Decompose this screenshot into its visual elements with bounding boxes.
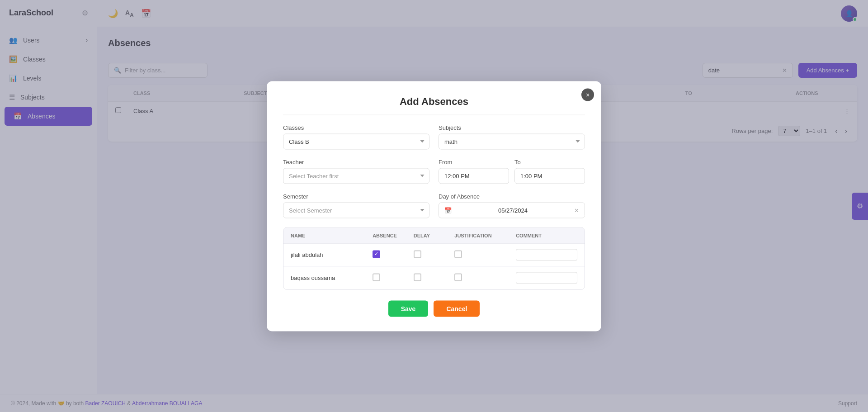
form-row-classes-subjects: Classes Class B Subjects math bbox=[283, 124, 585, 149]
student-row: jilali abdulah bbox=[283, 243, 585, 266]
form-group-time: From To bbox=[439, 158, 585, 184]
day-of-absence-input[interactable]: 📅 05/27/2024 ✕ bbox=[439, 202, 585, 218]
form-group-subjects: Subjects math bbox=[439, 124, 585, 149]
col-justification: JUSTIFICATION bbox=[454, 232, 516, 238]
from-label: From bbox=[439, 158, 509, 165]
absence-checked-icon[interactable] bbox=[373, 250, 380, 258]
col-absence: ABSENCE bbox=[373, 232, 414, 238]
semester-label: Semester bbox=[283, 193, 429, 199]
comment-input[interactable] bbox=[516, 249, 577, 260]
semester-select[interactable]: Select Semester bbox=[283, 202, 429, 218]
teacher-label: Teacher bbox=[283, 158, 429, 165]
student-name: jilali abdulah bbox=[291, 251, 373, 258]
comment-cell bbox=[516, 272, 577, 284]
delay-checkbox[interactable] bbox=[414, 250, 455, 259]
student-table: NAME ABSENCE DELAY JUSTIFICATION COMMENT… bbox=[283, 227, 585, 289]
form-group-teacher: Teacher Select Teacher first bbox=[283, 158, 429, 184]
clear-date-icon[interactable]: ✕ bbox=[574, 207, 579, 213]
form-group-day-of-absence: Day of Absence 📅 05/27/2024 ✕ bbox=[439, 193, 585, 218]
to-input[interactable] bbox=[514, 168, 585, 184]
absence-checkbox[interactable] bbox=[373, 250, 414, 259]
subjects-select[interactable]: math bbox=[439, 133, 585, 149]
cancel-button[interactable]: Cancel bbox=[434, 300, 480, 317]
justification-checkbox[interactable] bbox=[454, 250, 516, 259]
col-name: NAME bbox=[291, 232, 373, 238]
delay-checkbox[interactable] bbox=[414, 273, 455, 282]
absence-checkbox[interactable] bbox=[373, 273, 414, 282]
justification-checkbox[interactable] bbox=[454, 273, 516, 282]
form-group-to: To bbox=[514, 158, 585, 184]
comment-cell bbox=[516, 249, 577, 260]
form-group-classes: Classes Class B bbox=[283, 124, 429, 149]
teacher-select[interactable]: Select Teacher first bbox=[283, 168, 429, 184]
modal-actions: Save Cancel bbox=[283, 300, 585, 317]
subjects-label: Subjects bbox=[439, 124, 585, 131]
student-table-header: NAME ABSENCE DELAY JUSTIFICATION COMMENT bbox=[283, 227, 585, 243]
day-of-absence-label: Day of Absence bbox=[439, 193, 585, 199]
form-row-teacher-time: Teacher Select Teacher first From To bbox=[283, 158, 585, 184]
col-comment: COMMENT bbox=[516, 232, 577, 238]
form-row-semester-day: Semester Select Semester Day of Absence … bbox=[283, 193, 585, 218]
to-label: To bbox=[514, 158, 585, 165]
form-group-semester: Semester Select Semester bbox=[283, 193, 429, 218]
classes-select[interactable]: Class B bbox=[283, 133, 429, 149]
form-group-from: From bbox=[439, 158, 509, 184]
modal-close-button[interactable]: × bbox=[581, 88, 594, 101]
from-input[interactable] bbox=[439, 168, 509, 184]
add-absences-modal: × Add Absences Classes Class B Subjects … bbox=[267, 81, 601, 331]
student-name: baqass oussama bbox=[291, 275, 373, 281]
classes-label: Classes bbox=[283, 124, 429, 131]
close-icon: × bbox=[586, 91, 590, 98]
save-button[interactable]: Save bbox=[388, 300, 429, 317]
student-row: baqass oussama bbox=[283, 266, 585, 289]
day-of-absence-value: 05/27/2024 bbox=[498, 207, 528, 213]
modal-title: Add Absences bbox=[283, 95, 585, 115]
col-delay: DELAY bbox=[414, 232, 455, 238]
calendar-icon: 📅 bbox=[444, 207, 452, 213]
comment-input[interactable] bbox=[516, 272, 577, 284]
